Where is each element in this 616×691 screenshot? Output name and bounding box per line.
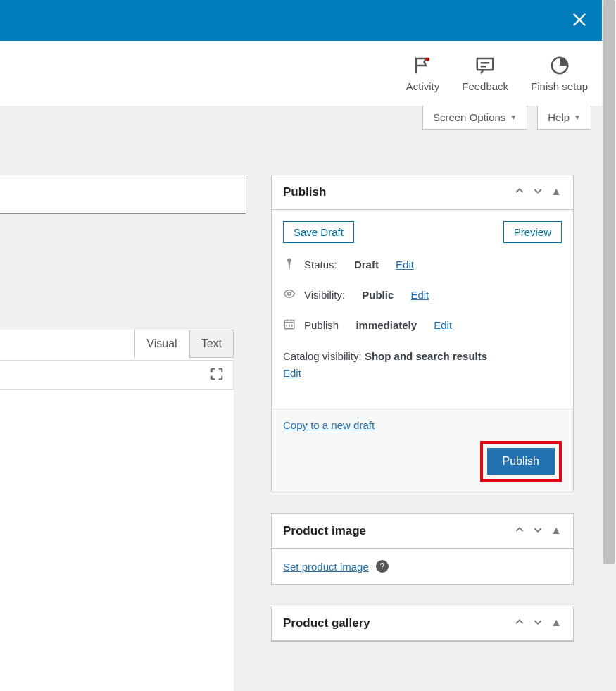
calendar-icon	[283, 318, 297, 332]
product-image-body: Set product image ?	[272, 549, 573, 584]
description-editor: Visual Text	[0, 278, 234, 691]
woocommerce-banner	[0, 0, 602, 41]
move-up-icon[interactable]	[514, 616, 525, 630]
scrollbar-thumb[interactable]	[603, 0, 615, 564]
move-up-icon[interactable]	[514, 185, 525, 199]
catalog-label: Catalog visibility:	[283, 350, 362, 362]
toggle-icon[interactable]: ▲	[551, 185, 562, 199]
help-button[interactable]: Help ▼	[537, 106, 591, 130]
svg-point-0	[426, 57, 429, 61]
eye-icon	[283, 287, 297, 302]
help-label: Help	[548, 111, 570, 123]
product-image-title: Product image	[283, 524, 366, 538]
visibility-row: Visibility: Public Edit	[283, 287, 562, 302]
activity-toolbar: Activity Feedback Finish setup	[0, 41, 602, 106]
activity-button[interactable]: Activity	[406, 55, 440, 92]
tinymce-toolbar	[0, 360, 234, 390]
feedback-label: Feedback	[462, 80, 508, 92]
product-image-header: Product image ▲	[272, 514, 573, 549]
product-gallery-title: Product gallery	[283, 616, 370, 630]
pin-icon	[283, 257, 297, 272]
screen-meta-links: Screen Options ▼ Help ▼	[422, 106, 591, 130]
save-draft-button[interactable]: Save Draft	[283, 221, 354, 243]
screen-options-button[interactable]: Screen Options ▼	[422, 106, 527, 130]
edit-schedule-link[interactable]: Edit	[434, 319, 452, 331]
publish-body: Save Draft Preview Status: Draft Edit Vi…	[272, 210, 573, 409]
fullscreen-icon[interactable]	[209, 366, 225, 385]
product-image-metabox: Product image ▲ Set product image ?	[271, 513, 574, 585]
status-label: Status:	[304, 259, 337, 270]
flag-icon	[412, 55, 433, 76]
move-down-icon[interactable]	[532, 524, 543, 538]
editor-sidebar: Publish ▲ Save Draft Preview Status: Dra…	[271, 175, 574, 642]
preview-button[interactable]: Preview	[503, 221, 562, 243]
progress-circle-icon	[549, 55, 570, 76]
help-icon[interactable]: ?	[376, 560, 389, 573]
edit-status-link[interactable]: Edit	[396, 259, 414, 270]
product-gallery-header: Product gallery ▲	[272, 606, 573, 641]
close-icon[interactable]	[570, 10, 589, 33]
metabox-controls: ▲	[514, 524, 562, 538]
toggle-icon[interactable]: ▲	[551, 524, 562, 538]
move-down-icon[interactable]	[532, 616, 543, 630]
finish-setup-label: Finish setup	[531, 80, 588, 92]
copy-to-draft-link[interactable]: Copy to a new draft	[283, 419, 562, 431]
schedule-label: Publish	[304, 319, 339, 331]
editor-top-region	[0, 278, 234, 330]
move-down-icon[interactable]	[532, 185, 543, 199]
feedback-button[interactable]: Feedback	[462, 55, 508, 92]
status-value: Draft	[354, 259, 379, 270]
highlight-annotation: Publish	[480, 441, 562, 482]
schedule-value: immediately	[356, 319, 417, 331]
svg-point-3	[288, 292, 291, 296]
editor-tabs: Visual Text	[134, 330, 234, 358]
product-title-input[interactable]	[0, 175, 246, 214]
status-row: Status: Draft Edit	[283, 257, 562, 272]
finish-setup-button[interactable]: Finish setup	[531, 55, 588, 92]
metabox-controls: ▲	[514, 185, 562, 199]
visibility-label: Visibility:	[304, 289, 345, 301]
catalog-value: Shop and search results	[365, 350, 487, 362]
catalog-visibility-row: Catalog visibility: Shop and search resu…	[283, 348, 562, 382]
publish-title: Publish	[283, 185, 326, 199]
publish-button[interactable]: Publish	[487, 448, 555, 475]
visual-tab[interactable]: Visual	[134, 330, 189, 358]
publish-footer: Copy to a new draft Publish	[272, 409, 573, 492]
product-gallery-metabox: Product gallery ▲	[271, 606, 574, 642]
set-product-image-link[interactable]: Set product image	[283, 561, 369, 573]
chevron-down-icon: ▼	[510, 113, 517, 121]
publish-header: Publish ▲	[272, 175, 573, 210]
edit-visibility-link[interactable]: Edit	[410, 289, 429, 301]
schedule-row: Publish immediately Edit	[283, 318, 562, 332]
activity-label: Activity	[406, 80, 440, 92]
edit-catalog-link[interactable]: Edit	[283, 367, 301, 379]
publish-metabox: Publish ▲ Save Draft Preview Status: Dra…	[271, 175, 574, 492]
vertical-scrollbar[interactable]	[602, 0, 616, 691]
text-tab[interactable]: Text	[189, 330, 234, 358]
chevron-down-icon: ▼	[574, 113, 581, 121]
visibility-value: Public	[362, 289, 394, 301]
metabox-controls: ▲	[514, 616, 562, 630]
speech-bubble-icon	[474, 55, 496, 76]
move-up-icon[interactable]	[514, 524, 525, 538]
toggle-icon[interactable]: ▲	[551, 616, 562, 630]
screen-options-label: Screen Options	[433, 111, 505, 123]
svg-rect-1	[477, 58, 494, 70]
